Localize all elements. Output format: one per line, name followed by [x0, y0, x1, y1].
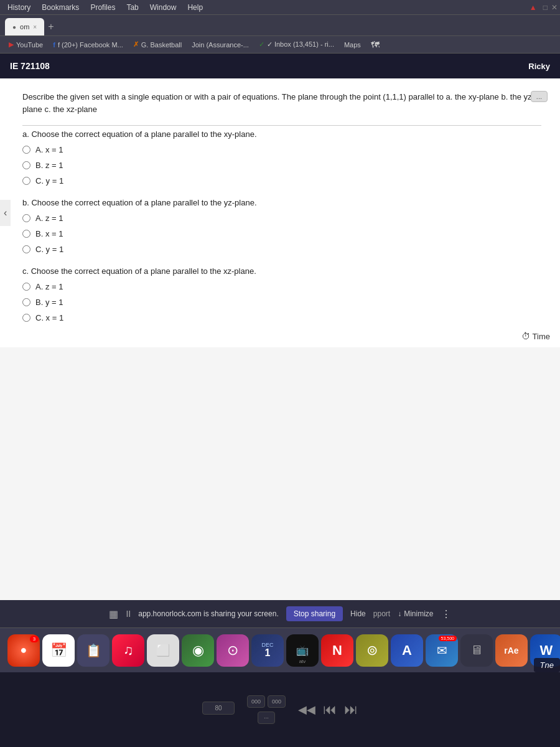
option-b-B: B. x = 1 [22, 228, 541, 240]
sub-question-a: a. Choose the correct equation of a plan… [22, 129, 541, 187]
question-area: ‹ Describe the given set with a single e… [0, 78, 560, 347]
kb-key-000-1[interactable]: 000 [247, 695, 265, 708]
option-c-B: B. y = 1 [22, 296, 541, 308]
option-a-B: B. z = 1 [22, 159, 541, 171]
option-a-C-label: C. y = 1 [35, 176, 63, 186]
menu-tab[interactable]: Tab [121, 2, 143, 13]
dock-item-mail[interactable]: ✉ 53,500 [426, 634, 458, 667]
dock-item-appletv[interactable]: 📺 atv [286, 634, 319, 667]
bookmark-maps-icon[interactable]: 🗺 [367, 39, 386, 51]
sub-question-c-title: c. Choose the correct equation of a plan… [22, 266, 541, 276]
bookmark-label: Join (Assurance-... [192, 41, 249, 49]
bookmark-youtube[interactable]: ▶ YouTube [5, 39, 47, 50]
option-b-A-label: A. z = 1 [35, 214, 63, 223]
option-a-B-label: B. z = 1 [35, 161, 63, 170]
divider [22, 125, 541, 126]
option-b-B-label: B. x = 1 [35, 229, 63, 238]
media-playpause-button[interactable]: ⏭ [344, 702, 358, 718]
media-prev-button[interactable]: ◀◀ [298, 703, 315, 716]
option-c-C-label: C. x = 1 [35, 313, 63, 322]
share-text: app.honorlock.com is sharing your screen… [138, 609, 278, 618]
kb-key-80[interactable]: 80 [202, 702, 235, 715]
menu-profiles[interactable]: Profiles [85, 2, 120, 13]
kb-key-000-2[interactable]: 000 [268, 695, 286, 708]
keyboard-area: 80 000 000 ··· ◀◀ ⏮ ⏭ [0, 672, 560, 747]
menu-bookmarks[interactable]: Bookmarks [37, 2, 84, 13]
support-text: pport [373, 609, 390, 618]
option-a-C: C. y = 1 [22, 175, 541, 187]
dock-badge-mail: 53,500 [439, 636, 457, 641]
time-button[interactable]: ⏱ Time [521, 331, 550, 341]
menu-help[interactable]: Help [182, 2, 208, 13]
back-arrow-button[interactable]: ‹ [0, 200, 11, 226]
option-a-A-label: A. x = 1 [35, 145, 63, 154]
sub-question-b-title: b. Choose the correct equation of a plan… [22, 198, 541, 207]
dock-item-green[interactable]: ◉ [182, 634, 214, 667]
dock-item-music[interactable]: ♫ [112, 634, 144, 667]
media-play-button[interactable]: ⏮ [323, 702, 337, 718]
page-header: IE 721108 Ricky [0, 54, 560, 78]
bookmark-label: G. Basketball [141, 41, 182, 49]
option-c-A-label: A. z = 1 [35, 282, 63, 291]
share-pause-icon: II [126, 609, 131, 619]
time-icon: ⏱ [521, 331, 530, 341]
radio-a-C[interactable] [22, 177, 30, 185]
expand-button[interactable]: ... [531, 91, 548, 102]
radio-b-C[interactable] [22, 245, 30, 253]
option-b-A: A. z = 1 [22, 212, 541, 224]
dock-item-podcast[interactable]: ⊙ [217, 634, 249, 667]
dock-item-calendar[interactable]: 📅 [42, 634, 75, 667]
menu-bar: History Bookmarks Profiles Tab Window He… [0, 0, 560, 15]
bookmarks-bar: ▶ YouTube f f (20+) Facebook M... ✗ G. B… [0, 36, 560, 54]
menu-history[interactable]: History [2, 2, 35, 13]
dock-item-rave[interactable]: rAe [495, 634, 528, 667]
bookmark-label: f (20+) Facebook M... [58, 41, 123, 49]
stop-sharing-button[interactable]: Stop sharing [286, 606, 343, 621]
dock-item-0[interactable]: ● 3 [7, 634, 40, 667]
bookmark-basketball[interactable]: ✗ G. Basketball [129, 39, 185, 50]
radio-b-B[interactable] [22, 230, 30, 238]
new-tab-button[interactable]: + [48, 18, 54, 35]
dock-item-A[interactable]: A [391, 634, 423, 667]
hide-button[interactable]: Hide [350, 609, 366, 618]
bookmark-label: YouTube [16, 41, 43, 49]
radio-c-C[interactable] [22, 314, 30, 322]
bookmark-inbox[interactable]: ✓ ✓ Inbox (13,451) - ri... [255, 39, 338, 50]
option-c-A: A. z = 1 [22, 281, 541, 293]
dock-item-display[interactable]: 🖥 [460, 634, 493, 667]
menu-window[interactable]: Window [145, 2, 182, 13]
radio-a-B[interactable] [22, 161, 30, 169]
sub-question-c: c. Choose the correct equation of a plan… [22, 266, 541, 324]
bookmark-facebook[interactable]: f f (20+) Facebook M... [49, 40, 127, 50]
kb-group-numpad: 000 000 ··· [247, 695, 286, 724]
page-id: IE 721108 [10, 61, 50, 71]
option-b-C-label: C. y = 1 [35, 245, 63, 254]
sub-question-b: b. Choose the correct equation of a plan… [22, 198, 541, 255]
radio-a-A[interactable] [22, 146, 30, 154]
dock-item-N[interactable]: N [321, 634, 353, 667]
dock-item-swirl[interactable]: ⊚ [356, 634, 388, 667]
sub-question-a-title: a. Choose the correct equation of a plan… [22, 129, 541, 139]
kb-key-bottom[interactable]: ··· [258, 712, 275, 724]
bookmark-join[interactable]: Join (Assurance-... [188, 40, 253, 50]
option-c-B-label: B. y = 1 [35, 298, 63, 307]
more-options-button[interactable]: ⋮ [441, 608, 451, 620]
radio-b-A[interactable] [22, 214, 30, 222]
browser-tab[interactable]: ● om × [5, 18, 44, 35]
dock-item-white[interactable]: ⬜ [147, 634, 179, 667]
bookmark-label: ✓ Inbox (13,451) - ri... [267, 40, 334, 49]
radio-c-B[interactable] [22, 298, 30, 306]
time-label: Time [533, 332, 550, 341]
option-b-C: C. y = 1 [22, 243, 541, 255]
radio-c-A[interactable] [22, 283, 30, 291]
dock-item-dec[interactable]: DEC 1 [251, 634, 284, 667]
tab-bar: ● om × + [0, 15, 560, 36]
minimize-button[interactable]: ↓ Minimize [398, 609, 433, 618]
minimize-icon: ↓ [398, 609, 401, 618]
dock-item-notes[interactable]: 📋 [77, 634, 110, 667]
dock-bar: ● 3 📅 📋 ♫ ⬜ ◉ ⊙ [0, 627, 560, 672]
bookmark-maps[interactable]: Maps [340, 40, 365, 50]
dock-item-word[interactable]: W [530, 634, 560, 667]
tab-close-icon[interactable]: × [33, 24, 37, 31]
option-a-A: A. x = 1 [22, 144, 541, 156]
